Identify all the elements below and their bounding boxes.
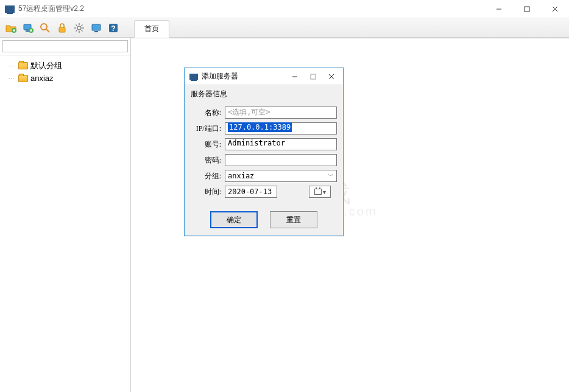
- calendar-icon: [314, 189, 322, 195]
- ip-label: IP/端口:: [191, 124, 225, 134]
- dialog-icon: [189, 74, 198, 80]
- reset-button[interactable]: 重置: [270, 211, 317, 228]
- svg-rect-12: [92, 24, 101, 30]
- svg-point-11: [77, 26, 81, 30]
- toolbar: ?: [0, 18, 569, 38]
- group-select[interactable]: anxiaz ﹀: [225, 170, 337, 182]
- group-label: 分组:: [191, 171, 225, 181]
- svg-rect-1: [525, 7, 529, 12]
- tree-item-anxiaz[interactable]: ⋯ anxiaz: [2, 72, 128, 84]
- dialog-title: 添加服务器: [202, 71, 286, 82]
- dialog-section-label: 服务器信息: [185, 85, 343, 100]
- tree-connector-icon: ⋯: [7, 63, 16, 69]
- account-input[interactable]: Administrator: [225, 138, 337, 150]
- time-input[interactable]: 2020-07-13: [225, 186, 277, 198]
- tree: ⋯ 默认分组 ⋯ anxiaz: [0, 55, 130, 88]
- name-label: 名称:: [191, 108, 225, 118]
- tree-connector-icon: ⋯: [7, 75, 16, 82]
- tree-item-label: 默认分组: [30, 60, 62, 71]
- dialog-minimize-button[interactable]: [286, 70, 304, 83]
- date-picker-button[interactable]: ▾: [309, 186, 331, 198]
- svg-point-8: [41, 24, 47, 30]
- close-button[interactable]: [541, 0, 569, 18]
- account-label: 账号:: [191, 139, 225, 150]
- tab-strip: 首页: [134, 19, 169, 37]
- dialog-close-button[interactable]: [322, 70, 341, 83]
- svg-rect-10: [59, 27, 65, 32]
- titlebar: 57远程桌面管理v2.2: [0, 0, 569, 18]
- maximize-button[interactable]: [513, 0, 541, 18]
- help-button[interactable]: ?: [105, 20, 121, 36]
- tree-item-default-group[interactable]: ⋯ 默认分组: [2, 59, 128, 72]
- minimize-button[interactable]: [485, 0, 513, 18]
- window-title: 57远程桌面管理v2.2: [18, 4, 485, 14]
- tree-item-label: anxiaz: [30, 74, 54, 83]
- folder-icon: [18, 62, 28, 69]
- password-input[interactable]: [225, 154, 337, 166]
- add-server-button[interactable]: [20, 20, 36, 36]
- password-label: 密码:: [191, 155, 225, 166]
- lock-button[interactable]: [54, 20, 70, 36]
- name-input[interactable]: <选填,可空>: [225, 107, 337, 119]
- add-group-button[interactable]: [3, 20, 19, 36]
- folder-icon: [18, 75, 28, 82]
- search-button[interactable]: [37, 20, 53, 36]
- svg-rect-13: [94, 31, 98, 32]
- dialog-titlebar[interactable]: 添加服务器: [185, 68, 343, 85]
- tab-home[interactable]: 首页: [134, 20, 169, 38]
- svg-rect-17: [311, 74, 316, 79]
- add-server-dialog: 添加服务器 服务器信息 名称: <选填,可空> IP/端口: 127.0.0.1…: [184, 68, 344, 236]
- sidebar: ⋯ 默认分组 ⋯ anxiaz: [0, 38, 131, 392]
- window-controls: [485, 0, 569, 18]
- chevron-down-icon: ▾: [323, 189, 326, 195]
- ip-input[interactable]: 127.0.0.1:3389: [225, 122, 337, 135]
- filter-input[interactable]: [2, 40, 128, 52]
- ok-button[interactable]: 确定: [210, 211, 258, 228]
- app-icon: [5, 5, 15, 13]
- settings-button[interactable]: [71, 20, 87, 36]
- display-button[interactable]: [88, 20, 104, 36]
- dialog-maximize-button[interactable]: [304, 70, 322, 83]
- svg-line-9: [46, 29, 49, 32]
- svg-text:?: ?: [111, 24, 115, 33]
- chevron-down-icon: ﹀: [328, 172, 334, 180]
- time-label: 时间:: [191, 187, 225, 197]
